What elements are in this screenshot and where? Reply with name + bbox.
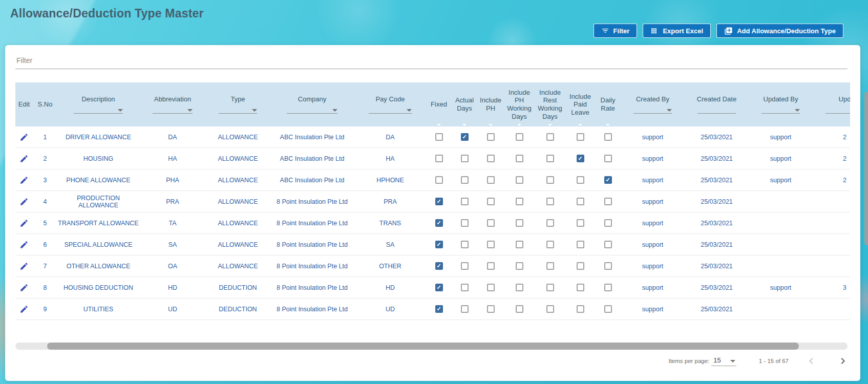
include_ph_working_days-checkbox[interactable] — [516, 284, 523, 291]
include_ph-checkbox[interactable] — [487, 241, 495, 248]
actual_days-checkbox[interactable] — [461, 176, 469, 184]
include_ph-checkbox[interactable] — [487, 305, 495, 313]
column-filter-input-updated_by[interactable] — [761, 106, 800, 114]
column-filter-input-created_by[interactable] — [633, 106, 672, 114]
fixed-checkbox[interactable] — [435, 133, 443, 141]
fixed-checkbox[interactable] — [435, 198, 443, 205]
include_paid_leave-checkbox[interactable] — [577, 155, 584, 162]
include_paid_leave-checkbox[interactable] — [577, 262, 584, 270]
fixed-checkbox[interactable] — [435, 241, 443, 248]
include_paid_leave-checkbox[interactable] — [577, 219, 584, 227]
daily_rate-checkbox[interactable] — [604, 262, 612, 270]
actual_days-checkbox[interactable] — [461, 133, 469, 141]
include_ph-checkbox[interactable] — [487, 262, 495, 270]
actual_days-checkbox[interactable] — [461, 284, 469, 291]
include_rest_working_days-checkbox[interactable] — [546, 241, 554, 248]
include_ph_working_days-checkbox[interactable] — [516, 219, 523, 227]
filter-dropdown-icon[interactable] — [667, 109, 672, 112]
include_paid_leave-checkbox[interactable] — [577, 176, 584, 184]
include_rest_working_days-checkbox[interactable] — [546, 198, 554, 205]
filter-dropdown-icon[interactable] — [252, 109, 257, 112]
daily_rate-checkbox[interactable] — [604, 155, 612, 162]
daily_rate-checkbox[interactable] — [604, 219, 612, 227]
include_rest_working_days-checkbox[interactable] — [546, 262, 554, 270]
include_ph-checkbox[interactable] — [487, 219, 495, 227]
daily_rate-checkbox[interactable] — [604, 133, 612, 141]
actual_days-checkbox[interactable] — [461, 198, 469, 205]
edit-row-button[interactable] — [15, 262, 33, 271]
daily_rate-checkbox[interactable] — [604, 241, 612, 248]
fixed-checkbox[interactable] — [435, 219, 443, 227]
fixed-checkbox[interactable] — [435, 262, 443, 270]
include_ph_working_days-checkbox[interactable] — [516, 198, 523, 205]
include_paid_leave-checkbox[interactable] — [577, 241, 584, 248]
horizontal-scrollbar[interactable] — [15, 343, 848, 350]
export-excel-button[interactable]: Export Excel — [643, 24, 711, 38]
include_ph_working_days-checkbox[interactable] — [516, 241, 523, 248]
include_rest_working_days-checkbox[interactable] — [546, 133, 554, 141]
edit-row-button[interactable] — [15, 176, 33, 185]
items-per-page-select[interactable]: 15 — [711, 356, 736, 366]
include_ph-checkbox[interactable] — [487, 198, 495, 205]
include_ph_working_days-checkbox[interactable] — [516, 262, 523, 270]
include_ph_working_days-checkbox[interactable] — [516, 305, 523, 313]
edit-row-button[interactable] — [15, 154, 33, 163]
include_rest_working_days-checkbox[interactable] — [546, 305, 554, 313]
include_ph-checkbox[interactable] — [487, 176, 495, 184]
filter-dropdown-icon[interactable] — [118, 109, 123, 112]
column-filter-input-type[interactable] — [219, 106, 257, 114]
column-filter-input-abbreviation[interactable] — [153, 106, 193, 114]
edit-row-button[interactable] — [15, 283, 33, 292]
filter-input[interactable] — [15, 53, 848, 69]
actual_days-checkbox[interactable] — [461, 241, 469, 248]
fixed-checkbox[interactable] — [435, 305, 443, 313]
fixed-checkbox[interactable] — [435, 284, 443, 291]
column-filter-input-paycode[interactable] — [369, 106, 412, 114]
include_paid_leave-checkbox[interactable] — [577, 133, 584, 141]
edit-row-button[interactable] — [15, 219, 33, 228]
column-filter-input-company[interactable] — [287, 106, 338, 114]
edit-row-button[interactable] — [15, 305, 33, 314]
edit-row-button[interactable] — [15, 133, 33, 142]
actual_days-checkbox[interactable] — [461, 305, 469, 313]
vertical-scrollbar[interactable] — [864, 82, 868, 348]
include_ph-checkbox[interactable] — [487, 284, 495, 291]
include_ph-checkbox[interactable] — [487, 133, 495, 141]
actual_days-checkbox[interactable] — [461, 262, 469, 270]
filter-dropdown-icon[interactable] — [407, 109, 412, 112]
column-filter-input-updated_date[interactable] — [825, 106, 850, 114]
filter-dropdown-icon[interactable] — [332, 109, 337, 112]
column-filter-input-description[interactable] — [74, 106, 123, 114]
include_ph_working_days-checkbox[interactable] — [516, 176, 523, 184]
include_ph_working_days-checkbox[interactable] — [516, 155, 523, 162]
include_rest_working_days-checkbox[interactable] — [546, 176, 554, 184]
daily_rate-checkbox[interactable] — [604, 198, 612, 205]
include_rest_working_days-checkbox[interactable] — [546, 219, 554, 227]
horizontal-scrollbar-thumb[interactable] — [47, 343, 799, 350]
edit-row-button[interactable] — [15, 197, 33, 206]
edit-row-button[interactable] — [15, 240, 33, 249]
filter-dropdown-icon[interactable] — [187, 109, 193, 112]
actual_days-checkbox[interactable] — [461, 155, 469, 162]
include_rest_working_days-checkbox[interactable] — [546, 284, 554, 291]
daily_rate-checkbox[interactable] — [604, 305, 612, 313]
daily_rate-checkbox[interactable] — [604, 176, 612, 184]
filter-dropdown-icon[interactable] — [795, 109, 800, 112]
include_paid_leave-checkbox[interactable] — [577, 284, 584, 291]
include_rest_working_days-checkbox[interactable] — [546, 155, 554, 162]
include_paid_leave-checkbox[interactable] — [577, 198, 584, 205]
actual_days-checkbox[interactable] — [461, 219, 469, 227]
include_ph-cell — [477, 198, 504, 205]
include_paid_leave-checkbox[interactable] — [577, 305, 584, 313]
fixed-checkbox[interactable] — [435, 155, 443, 162]
fixed-checkbox[interactable] — [435, 176, 443, 184]
vertical-scrollbar-thumb[interactable] — [864, 92, 868, 245]
add-allowance-deduction-type-button[interactable]: Add Allowance/Deduction Type — [716, 24, 843, 38]
include_ph-checkbox[interactable] — [487, 155, 495, 162]
column-filter-input-created_date[interactable] — [697, 106, 736, 114]
previous-page-button[interactable] — [802, 352, 820, 370]
include_ph_working_days-checkbox[interactable] — [516, 133, 523, 141]
filter-button[interactable]: Filter — [594, 24, 638, 38]
next-page-button[interactable] — [834, 352, 852, 370]
daily_rate-checkbox[interactable] — [604, 284, 612, 291]
